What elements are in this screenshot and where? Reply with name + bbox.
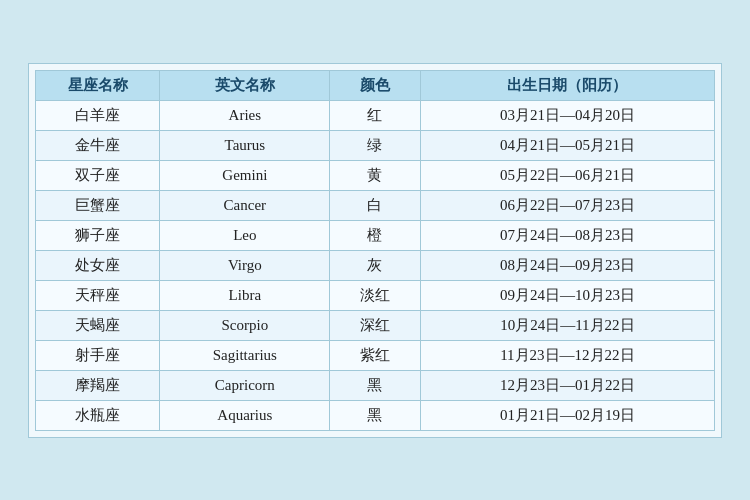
table-row: 射手座Sagittarius紫红11月23日—12月22日: [36, 340, 715, 370]
cell-english: Leo: [160, 220, 330, 250]
cell-date: 07月24日—08月23日: [420, 220, 714, 250]
table-row: 巨蟹座Cancer白06月22日—07月23日: [36, 190, 715, 220]
cell-chinese: 处女座: [36, 250, 160, 280]
zodiac-table-wrapper: 星座名称 英文名称 颜色 出生日期（阳历） 白羊座Aries红03月21日—04…: [28, 63, 722, 438]
cell-date: 03月21日—04月20日: [420, 100, 714, 130]
zodiac-table: 星座名称 英文名称 颜色 出生日期（阳历） 白羊座Aries红03月21日—04…: [35, 70, 715, 431]
cell-chinese: 双子座: [36, 160, 160, 190]
cell-english: Aquarius: [160, 400, 330, 430]
cell-color: 紫红: [330, 340, 421, 370]
cell-chinese: 天秤座: [36, 280, 160, 310]
cell-color: 黄: [330, 160, 421, 190]
cell-color: 红: [330, 100, 421, 130]
cell-date: 12月23日—01月22日: [420, 370, 714, 400]
cell-english: Gemini: [160, 160, 330, 190]
header-chinese: 星座名称: [36, 70, 160, 100]
table-body: 白羊座Aries红03月21日—04月20日金牛座Taurus绿04月21日—0…: [36, 100, 715, 430]
cell-english: Virgo: [160, 250, 330, 280]
cell-chinese: 水瓶座: [36, 400, 160, 430]
cell-chinese: 狮子座: [36, 220, 160, 250]
cell-color: 黑: [330, 400, 421, 430]
cell-chinese: 白羊座: [36, 100, 160, 130]
cell-color: 淡红: [330, 280, 421, 310]
table-row: 金牛座Taurus绿04月21日—05月21日: [36, 130, 715, 160]
cell-english: Cancer: [160, 190, 330, 220]
header-color: 颜色: [330, 70, 421, 100]
cell-date: 01月21日—02月19日: [420, 400, 714, 430]
cell-date: 09月24日—10月23日: [420, 280, 714, 310]
header-date: 出生日期（阳历）: [420, 70, 714, 100]
cell-english: Scorpio: [160, 310, 330, 340]
cell-chinese: 射手座: [36, 340, 160, 370]
cell-color: 橙: [330, 220, 421, 250]
table-row: 水瓶座Aquarius黑01月21日—02月19日: [36, 400, 715, 430]
cell-english: Libra: [160, 280, 330, 310]
cell-chinese: 金牛座: [36, 130, 160, 160]
table-row: 处女座Virgo灰08月24日—09月23日: [36, 250, 715, 280]
cell-english: Taurus: [160, 130, 330, 160]
cell-date: 11月23日—12月22日: [420, 340, 714, 370]
cell-color: 黑: [330, 370, 421, 400]
cell-color: 白: [330, 190, 421, 220]
cell-color: 深红: [330, 310, 421, 340]
table-row: 天蝎座Scorpio深红10月24日—11月22日: [36, 310, 715, 340]
cell-date: 06月22日—07月23日: [420, 190, 714, 220]
table-header-row: 星座名称 英文名称 颜色 出生日期（阳历）: [36, 70, 715, 100]
cell-english: Capricorn: [160, 370, 330, 400]
cell-color: 灰: [330, 250, 421, 280]
cell-color: 绿: [330, 130, 421, 160]
table-row: 摩羯座Capricorn黑12月23日—01月22日: [36, 370, 715, 400]
table-row: 狮子座Leo橙07月24日—08月23日: [36, 220, 715, 250]
table-row: 天秤座Libra淡红09月24日—10月23日: [36, 280, 715, 310]
cell-chinese: 摩羯座: [36, 370, 160, 400]
cell-date: 05月22日—06月21日: [420, 160, 714, 190]
cell-date: 10月24日—11月22日: [420, 310, 714, 340]
cell-english: Sagittarius: [160, 340, 330, 370]
cell-english: Aries: [160, 100, 330, 130]
table-row: 白羊座Aries红03月21日—04月20日: [36, 100, 715, 130]
cell-date: 08月24日—09月23日: [420, 250, 714, 280]
cell-chinese: 天蝎座: [36, 310, 160, 340]
cell-date: 04月21日—05月21日: [420, 130, 714, 160]
header-english: 英文名称: [160, 70, 330, 100]
table-row: 双子座Gemini黄05月22日—06月21日: [36, 160, 715, 190]
cell-chinese: 巨蟹座: [36, 190, 160, 220]
